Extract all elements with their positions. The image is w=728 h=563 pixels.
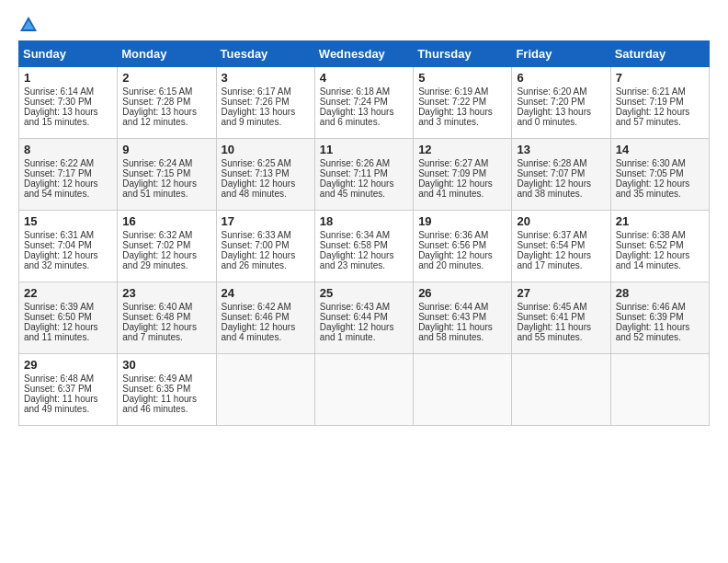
daylight-text: Daylight: 12 hours and 1 minute. <box>320 322 394 342</box>
daylight-text: Daylight: 13 hours and 15 minutes. <box>24 107 98 127</box>
calendar-cell: 28Sunrise: 6:46 AMSunset: 6:39 PMDayligh… <box>610 282 709 354</box>
sunrise-text: Sunrise: 6:42 AM <box>222 302 291 312</box>
day-number: 25 <box>320 286 408 300</box>
calendar-cell: 26Sunrise: 6:44 AMSunset: 6:43 PMDayligh… <box>414 282 512 354</box>
header-wednesday: Wednesday <box>314 41 413 67</box>
sunset-text: Sunset: 6:35 PM <box>122 384 190 394</box>
day-number: 17 <box>222 214 310 228</box>
day-number: 29 <box>24 358 112 372</box>
daylight-text: Daylight: 12 hours and 11 minutes. <box>24 322 98 342</box>
day-number: 3 <box>222 71 310 85</box>
daylight-text: Daylight: 12 hours and 38 minutes. <box>517 178 591 199</box>
calendar-cell: 22Sunrise: 6:39 AMSunset: 6:50 PMDayligh… <box>19 282 118 354</box>
sunrise-text: Sunrise: 6:36 AM <box>418 230 488 240</box>
calendar-cell: 18Sunrise: 6:34 AMSunset: 6:58 PMDayligh… <box>314 211 413 282</box>
daylight-text: Daylight: 13 hours and 9 minutes. <box>222 107 296 127</box>
calendar-cell: 13Sunrise: 6:28 AMSunset: 7:07 PMDayligh… <box>512 139 610 211</box>
sunrise-text: Sunrise: 6:39 AM <box>24 302 94 312</box>
day-number: 9 <box>122 143 210 156</box>
sunset-text: Sunset: 7:19 PM <box>616 97 684 107</box>
daylight-text: Daylight: 12 hours and 26 minutes. <box>222 250 296 270</box>
daylight-text: Daylight: 13 hours and 12 minutes. <box>122 107 197 127</box>
day-number: 18 <box>320 214 408 228</box>
calendar-cell: 15Sunrise: 6:31 AMSunset: 7:04 PMDayligh… <box>19 211 118 282</box>
sunrise-text: Sunrise: 6:32 AM <box>122 230 192 240</box>
day-number: 24 <box>222 286 310 300</box>
sunset-text: Sunset: 7:30 PM <box>24 97 92 107</box>
sunrise-text: Sunrise: 6:45 AM <box>517 302 586 312</box>
header <box>18 15 710 35</box>
daylight-text: Daylight: 12 hours and 45 minutes. <box>320 178 394 199</box>
day-number: 14 <box>616 143 704 156</box>
logo <box>18 15 44 35</box>
daylight-text: Daylight: 12 hours and 17 minutes. <box>517 250 591 270</box>
sunset-text: Sunset: 7:28 PM <box>122 97 190 107</box>
day-number: 16 <box>122 214 210 228</box>
daylight-text: Daylight: 13 hours and 0 minutes. <box>517 107 591 127</box>
calendar-cell: 25Sunrise: 6:43 AMSunset: 6:44 PMDayligh… <box>314 282 413 354</box>
calendar-cell: 10Sunrise: 6:25 AMSunset: 7:13 PMDayligh… <box>216 139 314 211</box>
sunrise-text: Sunrise: 6:17 AM <box>222 86 291 97</box>
daylight-text: Daylight: 13 hours and 3 minutes. <box>418 107 493 127</box>
sunset-text: Sunset: 6:44 PM <box>320 312 388 322</box>
calendar-cell: 24Sunrise: 6:42 AMSunset: 6:46 PMDayligh… <box>216 282 314 354</box>
calendar-cell: 14Sunrise: 6:30 AMSunset: 7:05 PMDayligh… <box>610 139 709 211</box>
sunset-text: Sunset: 7:20 PM <box>517 97 585 107</box>
daylight-text: Daylight: 12 hours and 32 minutes. <box>24 250 98 270</box>
header-thursday: Thursday <box>414 41 512 67</box>
day-number: 10 <box>222 143 310 156</box>
calendar-cell: 17Sunrise: 6:33 AMSunset: 7:00 PMDayligh… <box>216 211 314 282</box>
sunrise-text: Sunrise: 6:19 AM <box>418 86 488 97</box>
sunrise-text: Sunrise: 6:26 AM <box>320 158 390 168</box>
calendar-cell: 27Sunrise: 6:45 AMSunset: 6:41 PMDayligh… <box>512 282 610 354</box>
sunrise-text: Sunrise: 6:31 AM <box>24 230 94 240</box>
sunset-text: Sunset: 7:13 PM <box>222 168 290 178</box>
day-number: 13 <box>517 143 605 156</box>
daylight-text: Daylight: 12 hours and 20 minutes. <box>418 250 493 270</box>
calendar-cell <box>512 354 610 426</box>
sunset-text: Sunset: 7:24 PM <box>320 97 388 107</box>
calendar-table: Sunday Monday Tuesday Wednesday Thursday… <box>18 40 710 426</box>
sunset-text: Sunset: 7:07 PM <box>517 168 585 178</box>
table-row: 8Sunrise: 6:22 AMSunset: 7:17 PMDaylight… <box>19 139 710 211</box>
sunrise-text: Sunrise: 6:43 AM <box>320 302 390 312</box>
calendar-cell: 4Sunrise: 6:18 AMSunset: 7:24 PMDaylight… <box>314 67 413 139</box>
header-tuesday: Tuesday <box>216 41 314 67</box>
day-number: 30 <box>122 358 210 372</box>
day-number: 22 <box>24 286 112 300</box>
calendar-cell: 21Sunrise: 6:38 AMSunset: 6:52 PMDayligh… <box>610 211 709 282</box>
header-friday: Friday <box>512 41 610 67</box>
sunset-text: Sunset: 6:54 PM <box>517 240 585 250</box>
sunset-text: Sunset: 7:26 PM <box>222 97 290 107</box>
sunset-text: Sunset: 7:04 PM <box>24 240 92 250</box>
daylight-text: Daylight: 12 hours and 57 minutes. <box>616 107 690 127</box>
sunset-text: Sunset: 7:17 PM <box>24 168 92 178</box>
sunset-text: Sunset: 7:09 PM <box>418 168 486 178</box>
day-number: 26 <box>418 286 506 300</box>
calendar-cell: 30Sunrise: 6:49 AMSunset: 6:35 PMDayligh… <box>118 354 216 426</box>
daylight-text: Daylight: 12 hours and 4 minutes. <box>222 322 296 342</box>
sunset-text: Sunset: 6:43 PM <box>418 312 486 322</box>
day-number: 20 <box>517 214 605 228</box>
day-number: 8 <box>24 143 112 156</box>
sunrise-text: Sunrise: 6:33 AM <box>222 230 291 240</box>
daylight-text: Daylight: 12 hours and 54 minutes. <box>24 178 98 199</box>
calendar-cell: 2Sunrise: 6:15 AMSunset: 7:28 PMDaylight… <box>118 67 216 139</box>
sunset-text: Sunset: 7:05 PM <box>616 168 684 178</box>
day-number: 5 <box>418 71 506 85</box>
day-number: 12 <box>418 143 506 156</box>
day-number: 23 <box>122 286 210 300</box>
calendar-cell <box>314 354 413 426</box>
sunset-text: Sunset: 6:52 PM <box>616 240 684 250</box>
day-number: 6 <box>517 71 605 85</box>
table-row: 22Sunrise: 6:39 AMSunset: 6:50 PMDayligh… <box>19 282 710 354</box>
daylight-text: Daylight: 11 hours and 55 minutes. <box>517 322 591 342</box>
calendar-cell: 7Sunrise: 6:21 AMSunset: 7:19 PMDaylight… <box>610 67 709 139</box>
sunrise-text: Sunrise: 6:15 AM <box>122 86 192 97</box>
daylight-text: Daylight: 12 hours and 48 minutes. <box>222 178 296 199</box>
calendar-cell: 3Sunrise: 6:17 AMSunset: 7:26 PMDaylight… <box>216 67 314 139</box>
sunrise-text: Sunrise: 6:14 AM <box>24 86 94 97</box>
daylight-text: Daylight: 12 hours and 23 minutes. <box>320 250 394 270</box>
calendar-cell: 23Sunrise: 6:40 AMSunset: 6:48 PMDayligh… <box>118 282 216 354</box>
daylight-text: Daylight: 11 hours and 49 minutes. <box>24 394 98 414</box>
